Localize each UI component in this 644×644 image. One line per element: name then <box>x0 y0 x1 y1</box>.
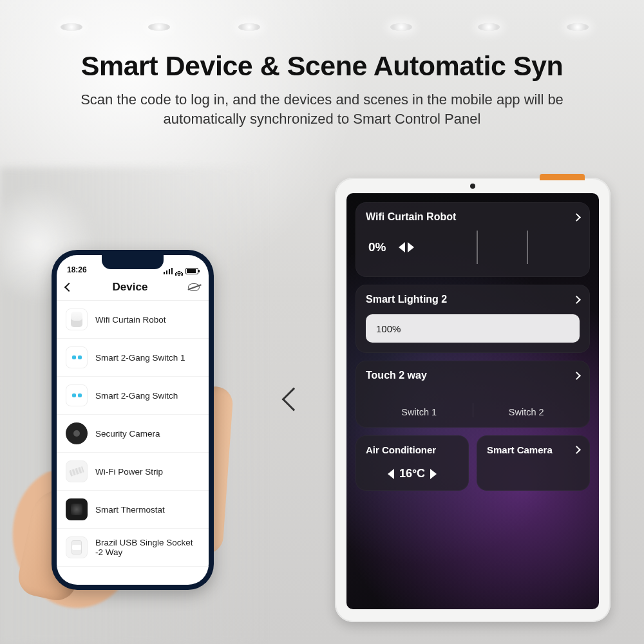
temp-down-icon[interactable] <box>388 469 394 479</box>
device-name: Brazil USB Single Socket -2 Way <box>95 538 200 557</box>
card-title: Wifi Curtain Robot <box>366 211 456 223</box>
card-title: Touch 2 way <box>366 370 427 381</box>
device-row[interactable]: Smart 2-Gang Switch <box>57 377 209 415</box>
brightness-value: 100% <box>366 314 580 343</box>
arrow-left-icon[interactable] <box>399 242 405 252</box>
switch-icon <box>66 346 88 368</box>
curtainrobot-icon <box>66 308 88 330</box>
visibility-off-icon[interactable] <box>188 283 200 291</box>
curtain-track[interactable] <box>427 231 577 264</box>
device-name: Wifi Curtain Robot <box>95 315 166 325</box>
device-name: Wi-Fi Power Strip <box>95 467 163 477</box>
subheadline: Scan the code to log in, and the devices… <box>45 90 599 128</box>
strip-icon <box>66 460 88 482</box>
switch-icon <box>66 384 88 406</box>
device-row[interactable]: Smart 2-Gang Switch 1 <box>57 339 209 377</box>
device-row[interactable]: Wi-Fi Power Strip <box>57 453 209 491</box>
card-camera[interactable]: Smart Camera <box>477 435 590 491</box>
camera-icon <box>66 422 88 444</box>
wall-panel: Wifi Curtain Robot 0% Smart Lighting 2 <box>335 178 611 622</box>
card-lighting[interactable]: Smart Lighting 2 100% <box>355 285 590 353</box>
card-ac[interactable]: Air Conditioner 16°C <box>355 435 469 491</box>
switch-1[interactable]: Switch 1 <box>366 403 473 417</box>
wifi-icon <box>175 268 183 274</box>
device-list[interactable]: Wifi Curtain RobotSmart 2-Gang Switch 1S… <box>57 301 209 585</box>
card-title: Smart Camera <box>487 444 553 455</box>
ac-temp-value: 16°C <box>399 467 425 480</box>
device-row[interactable]: Security Camera <box>57 415 209 453</box>
device-row[interactable]: Smart Thermostat <box>57 491 209 529</box>
panel-camera-dot <box>470 184 475 189</box>
device-name: Smart Thermostat <box>95 505 165 515</box>
switch-2[interactable]: Switch 2 <box>473 403 580 417</box>
chevron-left-icon <box>282 388 306 412</box>
back-icon[interactable] <box>64 283 73 292</box>
marketing-scene: Smart Device & Scene Automatic Syn Scan … <box>0 0 644 644</box>
chevron-right-icon[interactable] <box>573 372 581 380</box>
card-curtain[interactable]: Wifi Curtain Robot 0% <box>355 202 590 277</box>
device-name: Security Camera <box>95 429 160 439</box>
device-row[interactable]: Brazil USB Single Socket -2 Way <box>57 529 209 567</box>
device-name: Smart 2-Gang Switch 1 <box>95 353 185 363</box>
brightness-slider[interactable]: 100% <box>366 314 580 343</box>
device-name: Smart 2-Gang Switch <box>95 391 178 401</box>
headline: Smart Device & Scene Automatic Syn <box>0 50 644 82</box>
curtain-controls[interactable] <box>399 242 414 252</box>
panel-screen: Wifi Curtain Robot 0% Smart Lighting 2 <box>346 193 599 609</box>
socket-icon <box>66 536 88 558</box>
phone-frame: 18:26 Device Wifi Curtain RobotSmart 2-G… <box>52 250 214 590</box>
status-time: 18:26 <box>67 265 87 274</box>
chevron-right-icon[interactable] <box>573 446 581 454</box>
phone-screen: 18:26 Device Wifi Curtain RobotSmart 2-G… <box>57 255 209 585</box>
battery-icon <box>185 268 198 274</box>
thermo-icon <box>66 498 88 520</box>
device-row[interactable]: Wifi Curtain Robot <box>57 301 209 339</box>
card-touch-switch[interactable]: Touch 2 way Switch 1 Switch 2 <box>355 361 590 428</box>
curtain-percent: 0% <box>368 240 386 254</box>
temp-up-icon[interactable] <box>430 469 437 479</box>
phone-notch <box>102 255 164 269</box>
phone-title: Device <box>113 281 148 294</box>
card-title: Smart Lighting 2 <box>366 294 447 305</box>
phone-header: Device <box>57 276 209 301</box>
arrow-right-icon[interactable] <box>408 242 414 252</box>
chevron-right-icon[interactable] <box>573 296 581 304</box>
sync-arrow <box>274 367 313 431</box>
chevron-right-icon[interactable] <box>573 213 581 222</box>
signal-icon <box>164 268 173 274</box>
card-title: Air Conditioner <box>366 444 436 455</box>
